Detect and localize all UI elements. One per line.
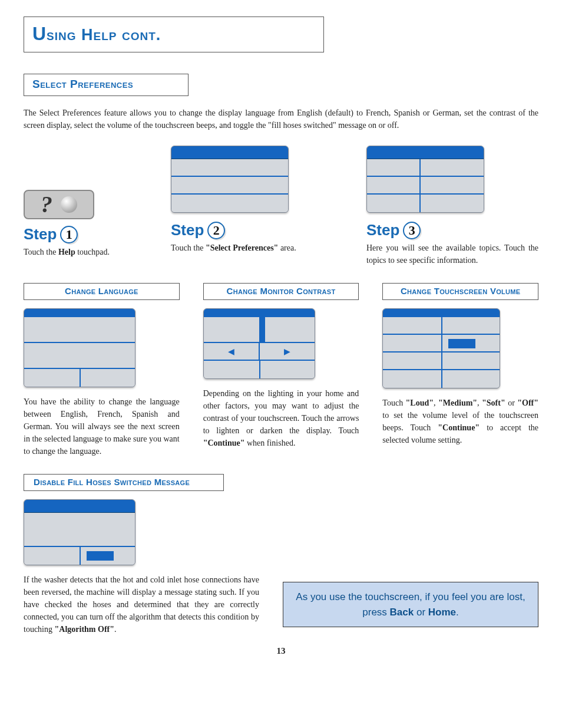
page-title-box: Using Help cont. <box>24 17 324 52</box>
step-3-label: Step 3 <box>366 221 538 239</box>
section-title: Select Preferences <box>32 78 180 91</box>
language-panel <box>24 308 135 387</box>
fill-hoses-text: If the washer detects that the hot and c… <box>24 574 259 635</box>
t: "Off" <box>517 398 538 407</box>
step-1-label: Step 1 <box>24 225 147 243</box>
change-language-text: You have the ability to change the langu… <box>24 396 180 457</box>
topics-panel <box>366 146 484 213</box>
t: . <box>114 625 117 634</box>
step-word: Step <box>171 221 204 239</box>
change-contrast-text: Depending on the lighting in your home a… <box>203 387 359 449</box>
change-volume-text: Touch "Loud", "Medium", "Soft" or "Off" … <box>382 397 538 446</box>
contrast-panel: ◀ ▶ <box>203 308 315 379</box>
volume-panel <box>382 308 500 388</box>
step-2-text: Touch the "Select Preferences" area. <box>171 242 343 254</box>
algorithm-off-indicator <box>87 551 114 561</box>
step-3-column: Step 3 Here you will see the available t… <box>366 146 538 266</box>
t: Touch the <box>171 243 206 252</box>
t: touchpad. <box>75 248 110 256</box>
change-volume-title: Change Touchscreen Volume <box>382 283 538 300</box>
t: or <box>505 398 518 407</box>
contrast-right-arrow[interactable]: ▶ <box>259 343 315 360</box>
page-number: 13 <box>24 646 538 656</box>
fill-hoses-row: Disable Fill Hoses Switched Message If t… <box>24 474 538 635</box>
step-2-label: Step 2 <box>171 221 343 239</box>
change-language-title: Change Language <box>24 283 180 300</box>
step-1-text: Touch the Help touchpad. <box>24 246 147 258</box>
step-1-column: ? Step 1 Touch the Help touchpad. <box>24 146 147 266</box>
t: , <box>477 398 482 407</box>
section-title-box: Select Preferences <box>24 74 189 96</box>
topics-row: Change Language You have the ability to … <box>24 283 538 457</box>
volume-selected-indicator <box>448 339 475 348</box>
t: "Continue" <box>438 423 480 432</box>
step-1-number: 1 <box>60 226 78 243</box>
t: Touch the <box>24 248 58 256</box>
intro-paragraph: The Select Preferences feature allows yo… <box>24 107 538 131</box>
t: "Continue" <box>203 439 245 447</box>
fill-hoses-column: Disable Fill Hoses Switched Message If t… <box>24 474 259 635</box>
tip-wrapper: As you use the touchscreen, if you feel … <box>283 474 538 627</box>
fill-hoses-panel <box>24 499 135 565</box>
step-2-column: Step 2 Touch the "Select Preferences" ar… <box>171 146 343 266</box>
step-word: Step <box>366 221 399 239</box>
t: Touch <box>382 398 405 407</box>
t: , <box>434 398 438 407</box>
help-icon: ? <box>24 190 94 219</box>
left-triangle-icon: ◀ <box>228 347 234 357</box>
contrast-left-arrow[interactable]: ◀ <box>204 343 259 360</box>
change-contrast-column: Change Monitor Contrast ◀ ▶ Depending on… <box>203 283 359 457</box>
t: Depending on the lighting in your home a… <box>203 389 359 435</box>
t: area. <box>278 243 296 252</box>
right-triangle-icon: ▶ <box>284 347 290 357</box>
help-touchpad-illustration: ? <box>24 146 147 225</box>
steps-row: ? Step 1 Touch the Help touchpad. Step 2… <box>24 146 538 266</box>
select-preferences-panel <box>171 146 289 213</box>
t: when finished. <box>244 439 295 447</box>
t: "Medium" <box>438 398 477 407</box>
t: . <box>456 607 459 618</box>
change-language-column: Change Language You have the ability to … <box>24 283 180 457</box>
step-3-number: 3 <box>403 222 421 239</box>
t: or <box>414 607 428 618</box>
t: Back <box>390 607 414 618</box>
t: "Algorithm Off" <box>55 625 114 634</box>
t: "Select Preferences" <box>206 243 278 252</box>
fill-hoses-title: Disable Fill Hoses Switched Message <box>24 474 224 491</box>
t: "Soft" <box>482 398 505 407</box>
step-word: Step <box>24 225 57 243</box>
change-volume-column: Change Touchscreen Volume Touch "Loud", … <box>382 283 538 457</box>
step-2-number: 2 <box>207 222 225 239</box>
question-mark-icon: ? <box>41 193 52 216</box>
step-3-text: Here you will see the available topics. … <box>366 242 538 266</box>
page-title: Using Help cont. <box>32 23 315 45</box>
page-title-text: sing Help cont. <box>47 26 161 44</box>
t: Help <box>58 248 75 256</box>
t: Home <box>428 607 456 618</box>
indicator-dot-icon <box>61 196 77 213</box>
t: "Loud" <box>406 398 434 407</box>
change-contrast-title: Change Monitor Contrast <box>203 283 359 300</box>
tip-box: As you use the touchscreen, if you feel … <box>283 582 538 627</box>
